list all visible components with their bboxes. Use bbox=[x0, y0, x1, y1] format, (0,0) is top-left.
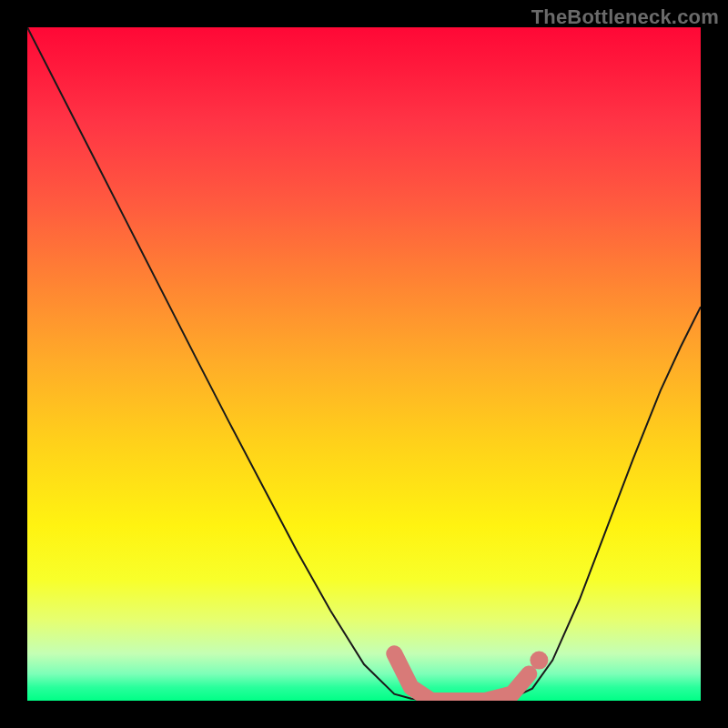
chart-svg bbox=[27, 27, 701, 701]
plot-area bbox=[27, 27, 701, 701]
sweet-spot-highlight bbox=[394, 653, 529, 701]
sweet-spot-dot bbox=[530, 652, 548, 670]
chart-stage: TheBottleneck.com bbox=[0, 0, 728, 728]
watermark-text: TheBottleneck.com bbox=[531, 5, 719, 29]
bottleneck-curve bbox=[27, 27, 701, 701]
